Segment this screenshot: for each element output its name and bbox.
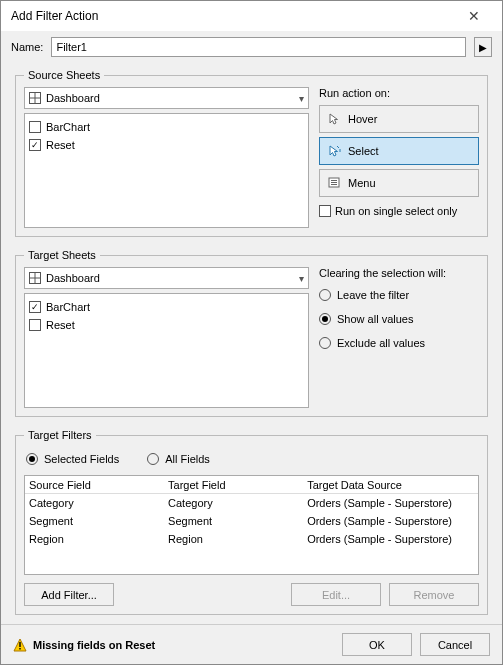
- cell: Orders (Sample - Superstore): [307, 515, 474, 527]
- radio-show-all[interactable]: Show all values: [319, 309, 479, 329]
- target-sheets-group: Target Sheets Dashboard ▾ ✓ BarChart: [15, 249, 488, 417]
- dialog-window: Add Filter Action ✕ Name: ▶ Source Sheet…: [0, 0, 503, 665]
- table-header: Source Field Target Field Target Data So…: [25, 476, 478, 494]
- radio-label: Show all values: [337, 313, 413, 325]
- cell: Category: [29, 497, 168, 509]
- cell: Segment: [29, 515, 168, 527]
- cell: Segment: [168, 515, 307, 527]
- hover-cursor-icon: [328, 112, 342, 126]
- single-select-row[interactable]: Run on single select only: [319, 205, 479, 217]
- select-label: Select: [348, 145, 379, 157]
- radio-leave-filter[interactable]: Leave the filter: [319, 285, 479, 305]
- radio-label: All Fields: [165, 453, 210, 465]
- target-sheets-legend: Target Sheets: [24, 249, 100, 261]
- item-label: BarChart: [46, 121, 90, 133]
- ok-button[interactable]: OK: [342, 633, 412, 656]
- cancel-button[interactable]: Cancel: [420, 633, 490, 656]
- radio-selected-fields[interactable]: Selected Fields: [26, 449, 119, 469]
- hover-label: Hover: [348, 113, 377, 125]
- checkbox-icon[interactable]: [29, 319, 41, 331]
- target-filters-group: Target Filters Selected Fields All Field…: [15, 429, 488, 615]
- source-sheets-list[interactable]: BarChart ✓ Reset: [24, 113, 309, 228]
- source-sheets-legend: Source Sheets: [24, 69, 104, 81]
- checkbox-icon[interactable]: ✓: [29, 139, 41, 151]
- list-item[interactable]: ✓ BarChart: [29, 298, 304, 316]
- add-filter-button[interactable]: Add Filter...: [24, 583, 114, 606]
- target-sheets-list[interactable]: ✓ BarChart Reset: [24, 293, 309, 408]
- menu-label: Menu: [348, 177, 376, 189]
- item-label: Reset: [46, 139, 75, 151]
- svg-line-3: [337, 146, 339, 148]
- item-label: BarChart: [46, 301, 90, 313]
- menu-icon: [328, 176, 342, 190]
- name-options-button[interactable]: ▶: [474, 37, 492, 57]
- status-text: Missing fields on Reset: [33, 639, 155, 651]
- hover-button[interactable]: Hover: [319, 105, 479, 133]
- radio-icon[interactable]: [319, 289, 331, 301]
- select-button[interactable]: Select: [319, 137, 479, 165]
- col-source-field: Source Field: [29, 479, 168, 491]
- checkbox-icon[interactable]: [319, 205, 331, 217]
- checkbox-icon[interactable]: ✓: [29, 301, 41, 313]
- col-target-data-source: Target Data Source: [307, 479, 474, 491]
- name-label: Name:: [11, 41, 43, 53]
- source-sheets-group: Source Sheets Dashboard ▾ BarChart: [15, 69, 488, 237]
- chevron-down-icon: ▾: [299, 273, 304, 284]
- radio-icon[interactable]: [319, 313, 331, 325]
- dashboard-icon: [29, 92, 41, 104]
- cell: Orders (Sample - Superstore): [307, 497, 474, 509]
- cell: Region: [168, 533, 307, 545]
- target-dashboard-text: Dashboard: [46, 272, 299, 284]
- list-item[interactable]: ✓ Reset: [29, 136, 304, 154]
- name-input[interactable]: [51, 37, 466, 57]
- radio-label: Selected Fields: [44, 453, 119, 465]
- radio-icon[interactable]: [147, 453, 159, 465]
- window-title: Add Filter Action: [11, 9, 454, 23]
- radio-label: Leave the filter: [337, 289, 409, 301]
- list-item[interactable]: BarChart: [29, 118, 304, 136]
- single-select-label: Run on single select only: [335, 205, 457, 217]
- radio-all-fields[interactable]: All Fields: [147, 449, 210, 469]
- cell: Category: [168, 497, 307, 509]
- close-icon[interactable]: ✕: [454, 8, 494, 24]
- list-item[interactable]: Reset: [29, 316, 304, 334]
- svg-rect-13: [19, 642, 20, 647]
- name-row: Name: ▶: [11, 37, 492, 57]
- cell: Region: [29, 533, 168, 545]
- clearing-label: Clearing the selection will:: [319, 267, 479, 279]
- select-cursor-icon: [328, 144, 342, 158]
- dialog-body: Name: ▶ Source Sheets Dashboard ▾: [1, 31, 502, 624]
- cell: Orders (Sample - Superstore): [307, 533, 474, 545]
- titlebar: Add Filter Action ✕: [1, 1, 502, 31]
- svg-rect-14: [19, 648, 20, 650]
- filters-table[interactable]: Source Field Target Field Target Data So…: [24, 475, 479, 575]
- radio-icon[interactable]: [319, 337, 331, 349]
- radio-icon[interactable]: [26, 453, 38, 465]
- checkbox-icon[interactable]: [29, 121, 41, 133]
- table-row[interactable]: Region Region Orders (Sample - Superstor…: [25, 530, 478, 548]
- item-label: Reset: [46, 319, 75, 331]
- chevron-right-icon: ▶: [479, 42, 487, 53]
- run-action-label: Run action on:: [319, 87, 479, 99]
- radio-label: Exclude all values: [337, 337, 425, 349]
- edit-button[interactable]: Edit...: [291, 583, 381, 606]
- dashboard-icon: [29, 272, 41, 284]
- target-filters-legend: Target Filters: [24, 429, 96, 441]
- target-dashboard-dropdown[interactable]: Dashboard ▾: [24, 267, 309, 289]
- radio-exclude-all[interactable]: Exclude all values: [319, 333, 479, 353]
- chevron-down-icon: ▾: [299, 93, 304, 104]
- status-area: Missing fields on Reset: [13, 638, 334, 652]
- menu-button[interactable]: Menu: [319, 169, 479, 197]
- remove-button[interactable]: Remove: [389, 583, 479, 606]
- warning-icon: [13, 638, 27, 652]
- source-dashboard-text: Dashboard: [46, 92, 299, 104]
- col-target-field: Target Field: [168, 479, 307, 491]
- footer: Missing fields on Reset OK Cancel: [1, 624, 502, 664]
- table-row[interactable]: Segment Segment Orders (Sample - Superst…: [25, 512, 478, 530]
- table-row[interactable]: Category Category Orders (Sample - Super…: [25, 494, 478, 512]
- source-dashboard-dropdown[interactable]: Dashboard ▾: [24, 87, 309, 109]
